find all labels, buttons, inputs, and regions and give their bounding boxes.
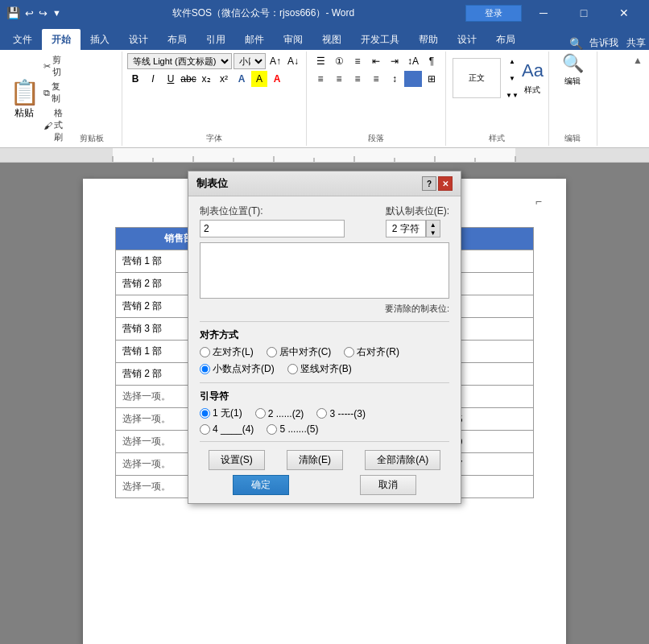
text-effects-btn[interactable]: A xyxy=(234,71,250,87)
styles-label: 样式 xyxy=(524,85,540,96)
align-bar-option[interactable]: 竖线对齐(B) xyxy=(287,362,352,376)
superscript-button[interactable]: x² xyxy=(216,71,232,87)
font-color-btn[interactable]: A xyxy=(269,71,285,87)
dialog-help-btn[interactable]: ? xyxy=(422,176,436,191)
document-area[interactable]: ⌐ 销售部门 营销 1 部 营销 2 部 xyxy=(0,163,649,644)
sort-btn[interactable]: ↕A xyxy=(404,53,422,69)
strikethrough-button[interactable]: abc xyxy=(180,71,196,87)
align-decimal-radio[interactable] xyxy=(200,364,210,374)
bullets-btn[interactable]: ☰ xyxy=(312,53,329,69)
font-shrink-btn[interactable]: A↓ xyxy=(285,53,301,69)
search-icon[interactable]: 🔍 xyxy=(569,37,583,50)
bold-button[interactable]: B xyxy=(127,71,143,87)
default-tab-down[interactable]: ▼ xyxy=(427,229,440,237)
tab-file[interactable]: 文件 xyxy=(3,29,42,50)
styles-down-btn[interactable]: ▼ xyxy=(504,70,520,86)
save-icon[interactable]: 💾 xyxy=(6,6,20,19)
default-tab-up[interactable]: ▲ xyxy=(427,221,440,229)
leader-bold-dots-option[interactable]: 5 .......(5) xyxy=(267,423,318,435)
clear-button[interactable]: 清除(E) xyxy=(287,450,343,470)
styles-expand-btn[interactable]: ▼▼ xyxy=(504,87,520,103)
default-tab-section: 默认制表位(E): ▲ ▼ xyxy=(386,204,449,237)
close-btn[interactable]: ✕ xyxy=(606,0,643,26)
cancel-button[interactable]: 取消 xyxy=(360,475,416,495)
default-tab-input[interactable] xyxy=(386,220,426,237)
tab-view[interactable]: 视图 xyxy=(312,29,351,50)
dialog-close-btn[interactable]: ✕ xyxy=(438,176,453,191)
clear-all-button[interactable]: 全部清除(A) xyxy=(365,450,440,470)
tab-design[interactable]: 设计 xyxy=(119,29,158,50)
align-right-radio[interactable] xyxy=(344,347,354,357)
align-left-option[interactable]: 左对齐(L) xyxy=(200,345,254,359)
paragraph-label: 段落 xyxy=(368,133,384,144)
align-left-radio[interactable] xyxy=(200,347,210,357)
leader-bold-dots-radio[interactable] xyxy=(267,424,277,435)
tab-references[interactable]: 引用 xyxy=(196,29,235,50)
normal-style-btn[interactable]: 正文 xyxy=(453,58,501,98)
cut-button[interactable]: ✂剪切 xyxy=(40,53,66,79)
italic-button[interactable]: I xyxy=(145,71,161,87)
multilevel-btn[interactable]: ≡ xyxy=(349,53,366,69)
tab-home[interactable]: 开始 xyxy=(42,29,81,50)
leader-underline-option[interactable]: 4 ____(4) xyxy=(200,423,254,435)
undo-icon[interactable]: ↩ xyxy=(25,7,34,19)
tab-layout[interactable]: 布局 xyxy=(158,29,196,50)
tell-me[interactable]: 告诉我 xyxy=(589,36,618,50)
tab-position-input[interactable] xyxy=(200,220,345,237)
login-button[interactable]: 登录 xyxy=(465,5,522,22)
decrease-indent-btn[interactable]: ⇤ xyxy=(367,53,385,69)
ribbon-collapse-btn[interactable]: ▲ xyxy=(630,52,646,146)
editing-btn[interactable]: 🔍 编辑 xyxy=(562,53,584,87)
tab-help[interactable]: 帮助 xyxy=(409,29,448,50)
align-center-option[interactable]: 居中对齐(C) xyxy=(267,345,332,359)
tab-mailings[interactable]: 邮件 xyxy=(235,29,274,50)
ok-button[interactable]: 确定 xyxy=(233,475,289,495)
quick-access-more[interactable]: ▼ xyxy=(52,8,61,18)
redo-icon[interactable]: ↪ xyxy=(39,7,48,19)
increase-indent-btn[interactable]: ⇥ xyxy=(386,53,403,69)
leader-dots-option[interactable]: 2 ......(2) xyxy=(255,407,304,420)
leader-none-option[interactable]: 1 无(1) xyxy=(200,407,242,420)
justify-btn[interactable]: ≡ xyxy=(367,71,385,87)
align-decimal-option[interactable]: 小数点对齐(D) xyxy=(200,362,275,376)
format-painter-button[interactable]: 🖌格式刷 xyxy=(40,106,66,144)
align-left-btn[interactable]: ≡ xyxy=(312,71,329,87)
font-name-select[interactable]: 等线 Light (西文标题) xyxy=(127,53,232,69)
copy-button[interactable]: ⧉复制 xyxy=(40,80,66,105)
tab-design2[interactable]: 设计 xyxy=(448,29,486,50)
minimize-btn[interactable]: ─ xyxy=(525,0,562,26)
format-painter-icon: 🖌 xyxy=(43,121,52,130)
leader-dashes-option[interactable]: 3 -----(3) xyxy=(316,407,366,420)
tab-review[interactable]: 审阅 xyxy=(274,29,312,50)
tab-list-area[interactable] xyxy=(200,242,449,299)
styles-pane-btn[interactable]: Aа 样式 xyxy=(522,60,544,96)
tab-developer[interactable]: 开发工具 xyxy=(351,29,409,50)
styles-up-btn[interactable]: ▲ xyxy=(504,53,520,69)
align-right-option[interactable]: 右对齐(R) xyxy=(344,345,399,359)
maximize-btn[interactable]: □ xyxy=(565,0,602,26)
font-size-select[interactable]: 小四 xyxy=(234,53,266,69)
shading-btn[interactable] xyxy=(404,71,422,87)
tab-layout2[interactable]: 布局 xyxy=(486,29,525,50)
show-formatting-btn[interactable]: ¶ xyxy=(423,53,440,69)
paste-button[interactable]: 📋 粘贴 xyxy=(8,53,40,144)
borders-btn[interactable]: ⊞ xyxy=(423,71,440,87)
leader-dashes-radio[interactable] xyxy=(316,408,327,419)
align-center-radio[interactable] xyxy=(267,347,277,357)
title-bar-left: 💾 ↩ ↪ ▼ xyxy=(6,6,61,19)
line-spacing-btn[interactable]: ↕ xyxy=(386,71,403,87)
leader-dots-radio[interactable] xyxy=(255,408,266,419)
tab-insert[interactable]: 插入 xyxy=(81,29,119,50)
share-icon[interactable]: 共享 xyxy=(626,36,646,50)
align-bar-radio[interactable] xyxy=(287,364,298,374)
leader-underline-radio[interactable] xyxy=(200,424,210,435)
align-center-btn[interactable]: ≡ xyxy=(330,71,348,87)
font-grow-btn[interactable]: A↑ xyxy=(267,53,283,69)
underline-button[interactable]: U xyxy=(163,71,179,87)
text-highlight-btn[interactable]: A xyxy=(251,71,267,87)
align-right-btn[interactable]: ≡ xyxy=(349,71,366,87)
set-button[interactable]: 设置(S) xyxy=(209,450,265,470)
subscript-button[interactable]: x₂ xyxy=(198,71,214,87)
leader-none-radio[interactable] xyxy=(200,408,210,419)
numbering-btn[interactable]: ① xyxy=(330,53,348,69)
